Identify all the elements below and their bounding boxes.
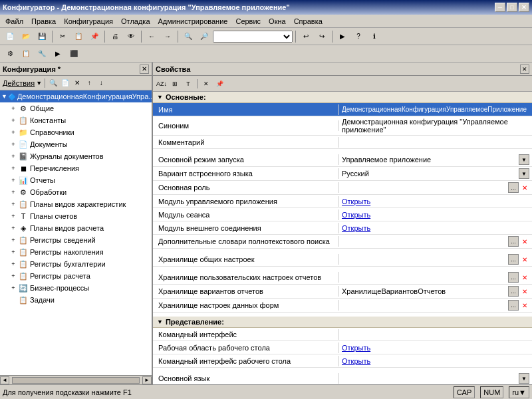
- cut-button[interactable]: ✂: [55, 29, 70, 44]
- config-panel-close[interactable]: ✕: [140, 65, 149, 74]
- managed-app-module-link[interactable]: Открыть: [342, 198, 370, 205]
- tree-item[interactable]: +📁Справочники: [0, 126, 152, 138]
- config-tree[interactable]: ▼ 🔷 ДемонстрационнаяКонфигурацияУпра... …: [0, 90, 152, 375]
- main-lang-dropdown[interactable]: ▼: [342, 373, 529, 384]
- info-button[interactable]: ℹ: [367, 29, 382, 44]
- prop-value-user-report-settings-store[interactable]: ... ✕: [339, 271, 532, 284]
- session-module-link[interactable]: Открыть: [342, 211, 370, 219]
- user-report-settings-ellipsis[interactable]: ...: [508, 272, 519, 283]
- prop-value-managed-app-module[interactable]: Открыть: [339, 196, 532, 207]
- prop-row-launch-mode[interactable]: Основной режим запуска Управляемое прило…: [153, 153, 532, 167]
- props-pin-btn[interactable]: 📌: [213, 78, 225, 90]
- tree-item[interactable]: +📋Регистры накопления: [0, 246, 152, 258]
- common-settings-clear[interactable]: ✕: [520, 255, 529, 264]
- prop-value-launch-mode[interactable]: Управляемое приложение ▼: [339, 153, 532, 166]
- tree-item[interactable]: 📋Задачи: [0, 294, 152, 306]
- prop-row-fulltext-dicts[interactable]: Дополнительные словари полнотекстового п…: [153, 235, 532, 249]
- prop-value-synonym[interactable]: Демонстрационная конфигурация "Управляем…: [339, 116, 532, 135]
- expand-icon[interactable]: +: [9, 104, 17, 112]
- expand-icon[interactable]: [9, 296, 17, 304]
- tree-item[interactable]: +📋Константы: [0, 114, 152, 126]
- prop-row-ext-connection-module[interactable]: Модуль внешнего соединения Открыть: [153, 221, 532, 235]
- tree-item[interactable]: +◈Планы видов расчета: [0, 222, 152, 234]
- expand-icon[interactable]: +: [9, 116, 17, 124]
- forward-button[interactable]: →: [160, 29, 175, 44]
- user-report-settings-clear[interactable]: ✕: [520, 273, 529, 282]
- menu-file[interactable]: Файл: [1, 16, 27, 27]
- expand-icon[interactable]: +: [9, 152, 17, 160]
- tree-item[interactable]: +📊Отчеты: [0, 174, 152, 186]
- main-role-ellipsis[interactable]: ...: [508, 182, 519, 193]
- prop-row-user-report-settings-store[interactable]: Хранилище пользовательских настроек отче…: [153, 271, 532, 285]
- prop-value-session-module[interactable]: Открыть: [339, 209, 532, 220]
- form-data-settings-clear[interactable]: ✕: [520, 301, 529, 310]
- ext-connection-module-link[interactable]: Открыть: [342, 224, 370, 232]
- lang-variant-arrow[interactable]: ▼: [519, 168, 529, 179]
- print-button[interactable]: 🖨: [108, 29, 122, 44]
- menu-help[interactable]: Справка: [290, 16, 327, 27]
- prop-row-common-settings-store[interactable]: Хранилище общих настроек ... ✕: [153, 253, 532, 267]
- scroll-right[interactable]: ►: [142, 376, 152, 384]
- prop-row-name[interactable]: Имя ДемонстрационнаяКонфигурацияУправляе…: [153, 103, 532, 116]
- prop-value-comment[interactable]: [339, 141, 532, 144]
- expand-icon[interactable]: +: [9, 212, 17, 220]
- expand-icon[interactable]: +: [9, 248, 17, 256]
- tree-btn-2[interactable]: 📄: [60, 78, 70, 88]
- search-button[interactable]: 🔍: [181, 29, 196, 44]
- expand-icon[interactable]: +: [9, 224, 17, 232]
- prop-row-lang-variant[interactable]: Вариант встроенного языка Русский ▼: [153, 167, 532, 181]
- expand-icon[interactable]: +: [9, 260, 17, 268]
- desktop-workspace-link[interactable]: Открыть: [342, 344, 370, 352]
- redo-button[interactable]: ↪: [315, 29, 329, 44]
- config-btn-1[interactable]: ⚙: [3, 47, 17, 61]
- tree-item[interactable]: +📋Регистры бухгалтерии: [0, 258, 152, 270]
- expand-icon[interactable]: +: [9, 284, 17, 292]
- tree-item[interactable]: +⚙Обработки: [0, 186, 152, 198]
- tree-item[interactable]: +📓Журналы документов: [0, 150, 152, 162]
- menu-config[interactable]: Конфигурация: [60, 16, 117, 27]
- desktop-cmd-interface-link[interactable]: Открыть: [342, 357, 370, 365]
- undo-button[interactable]: ↩: [299, 29, 313, 44]
- report-variants-ellipsis[interactable]: ...: [508, 286, 519, 297]
- tree-item[interactable]: +📄Документы: [0, 138, 152, 150]
- config-btn-5[interactable]: ⬛: [66, 47, 81, 61]
- scroll-left[interactable]: ◄: [0, 376, 9, 384]
- prop-value-name[interactable]: ДемонстрационнаяКонфигурацияУправляемоеП…: [339, 104, 532, 114]
- config-btn-3[interactable]: 🔧: [35, 47, 49, 61]
- status-lang[interactable]: ru▼: [509, 386, 529, 398]
- prop-value-desktop-cmd-interface[interactable]: Открыть: [339, 356, 532, 366]
- props-close-btn[interactable]: ✕: [200, 78, 212, 90]
- prop-value-fulltext-dicts[interactable]: ... ✕: [339, 235, 532, 248]
- tree-item[interactable]: +TПланы счетов: [0, 210, 152, 222]
- scroll-track[interactable]: [12, 377, 140, 384]
- minimize-button[interactable]: ─: [495, 3, 505, 12]
- tree-btn-5[interactable]: ↓: [96, 78, 106, 88]
- menu-debug[interactable]: Отладка: [117, 16, 154, 27]
- tree-item[interactable]: +📋Регистры расчета: [0, 270, 152, 282]
- prop-row-main-lang[interactable]: Основной язык ▼: [153, 372, 532, 384]
- root-expand[interactable]: ▼: [1, 92, 7, 100]
- main-role-clear[interactable]: ✕: [520, 183, 529, 192]
- report-variants-clear[interactable]: ✕: [520, 287, 529, 296]
- prop-row-report-variants-store[interactable]: Хранилище вариантов отчетов ХранилищеВар…: [153, 285, 532, 299]
- expand-icon[interactable]: +: [9, 140, 17, 148]
- prop-value-main-role[interactable]: ... ✕: [339, 181, 532, 194]
- prop-row-comment[interactable]: Комментарий: [153, 136, 532, 149]
- launch-mode-arrow[interactable]: ▼: [519, 154, 529, 165]
- launch-mode-dropdown[interactable]: Управляемое приложение ▼: [342, 154, 529, 165]
- prop-row-managed-app-module[interactable]: Модуль управляемого приложения Открыть: [153, 195, 532, 208]
- prop-row-main-role[interactable]: Основная роль ... ✕: [153, 181, 532, 195]
- expand-icon[interactable]: +: [9, 188, 17, 196]
- run-button[interactable]: ▶: [335, 29, 350, 44]
- save-button[interactable]: 💾: [35, 29, 49, 44]
- new-button[interactable]: 📄: [3, 29, 17, 44]
- config-btn-4[interactable]: ▶: [51, 47, 65, 61]
- tree-btn-4[interactable]: ↑: [84, 78, 94, 88]
- preview-button[interactable]: 👁: [124, 29, 138, 44]
- prop-row-session-module[interactable]: Модуль сеанса Открыть: [153, 208, 532, 221]
- expand-icon[interactable]: +: [9, 272, 17, 280]
- tree-btn-3[interactable]: ✕: [72, 78, 82, 88]
- find-button[interactable]: 🔎: [197, 29, 211, 44]
- props-filter-btn[interactable]: T: [182, 78, 194, 90]
- common-settings-ellipsis[interactable]: ...: [508, 254, 519, 265]
